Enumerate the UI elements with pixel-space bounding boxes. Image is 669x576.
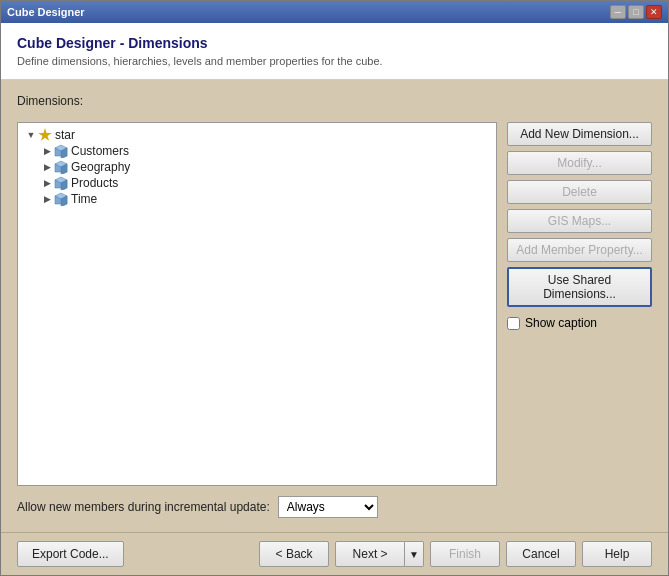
tree-item-products[interactable]: ▶ Products [38,175,492,191]
tree-item-root[interactable]: ▼ star [22,127,492,143]
time-dim-icon [54,192,68,206]
delete-button[interactable]: Delete [507,180,652,204]
time-label: Time [71,192,97,206]
star-icon [38,128,52,142]
tree-item-time[interactable]: ▶ Time [38,191,492,207]
dim-svg-geography [54,160,68,174]
footer: Export Code... < Back Next > ▼ Finish Ca… [1,532,668,575]
show-caption-row: Show caption [507,316,652,330]
dim-svg-time [54,192,68,206]
use-shared-dimensions-button[interactable]: Use Shared Dimensions... [507,267,652,307]
customers-label: Customers [71,144,129,158]
buttons-panel: Add New Dimension... Modify... Delete GI… [507,122,652,486]
next-split: Next > ▼ [335,541,424,567]
geography-label: Geography [71,160,130,174]
header-title: Cube Designer - Dimensions [17,35,652,51]
incremental-update-label: Allow new members during incremental upd… [17,500,270,514]
export-code-button[interactable]: Export Code... [17,541,124,567]
main-window: Cube Designer ─ □ ✕ Cube Designer - Dime… [0,0,669,576]
content-area: Dimensions: ▼ star ▶ [1,80,668,532]
tree-root-label: star [55,128,75,142]
maximize-button[interactable]: □ [628,5,644,19]
footer-right: < Back Next > ▼ Finish Cancel Help [259,541,652,567]
bottom-row: Allow new members during incremental upd… [17,496,652,518]
incremental-update-select[interactable]: Always Never Ask [278,496,378,518]
footer-left: Export Code... [17,541,124,567]
customers-dim-icon [54,144,68,158]
add-member-property-button[interactable]: Add Member Property... [507,238,652,262]
title-bar: Cube Designer ─ □ ✕ [1,1,668,23]
minimize-button[interactable]: ─ [610,5,626,19]
products-dim-icon [54,176,68,190]
tree-panel[interactable]: ▼ star ▶ C [17,122,497,486]
tree-item-customers[interactable]: ▶ Customers [38,143,492,159]
header-subtitle: Define dimensions, hierarchies, levels a… [17,55,652,67]
show-caption-checkbox[interactable] [507,317,520,330]
add-new-dimension-button[interactable]: Add New Dimension... [507,122,652,146]
main-area: ▼ star ▶ C [17,122,652,486]
gis-maps-button[interactable]: GIS Maps... [507,209,652,233]
dimensions-label: Dimensions: [17,94,652,108]
next-arrow-button[interactable]: ▼ [405,541,424,567]
dim-svg-products [54,176,68,190]
expander-customers[interactable]: ▶ [40,144,54,158]
expander-time[interactable]: ▶ [40,192,54,206]
geography-dim-icon [54,160,68,174]
next-button[interactable]: Next > [335,541,405,567]
cancel-button[interactable]: Cancel [506,541,576,567]
expander-geography[interactable]: ▶ [40,160,54,174]
tree-children: ▶ Customers ▶ [38,143,492,207]
products-label: Products [71,176,118,190]
back-button[interactable]: < Back [259,541,329,567]
tree-item-geography[interactable]: ▶ Geography [38,159,492,175]
modify-button[interactable]: Modify... [507,151,652,175]
dim-svg-customers [54,144,68,158]
header: Cube Designer - Dimensions Define dimens… [1,23,668,80]
finish-button[interactable]: Finish [430,541,500,567]
show-caption-label: Show caption [525,316,597,330]
close-button[interactable]: ✕ [646,5,662,19]
expander-root[interactable]: ▼ [24,128,38,142]
title-bar-controls: ─ □ ✕ [610,5,662,19]
help-button[interactable]: Help [582,541,652,567]
expander-products[interactable]: ▶ [40,176,54,190]
title-bar-text: Cube Designer [7,6,85,18]
